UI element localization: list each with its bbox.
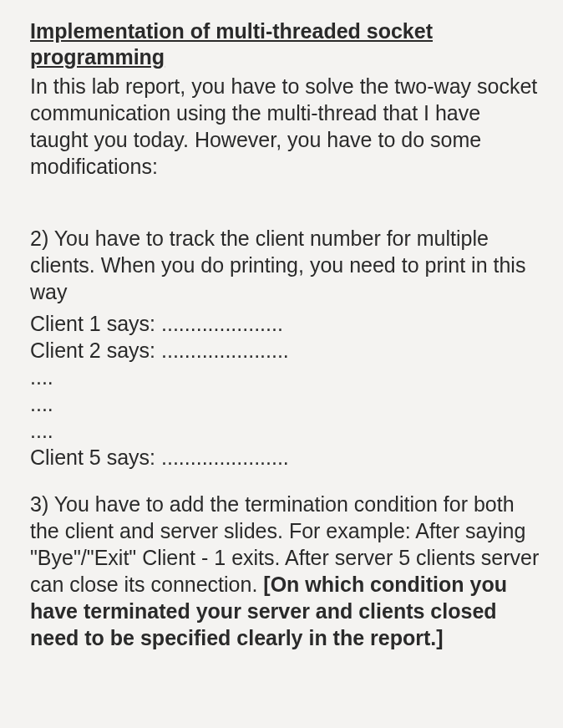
client-2-line: Client 2 says: ...................... bbox=[30, 337, 540, 364]
client-5-line: Client 5 says: ...................... bbox=[30, 444, 540, 471]
section-2-lead: 2) You have to track the client number f… bbox=[30, 225, 540, 305]
client-1-line: Client 1 says: ..................... bbox=[30, 310, 540, 337]
blank-spacer bbox=[30, 180, 540, 225]
ellipsis-line: .... bbox=[30, 417, 540, 444]
ellipsis-line: .... bbox=[30, 364, 540, 390]
ellipsis-line: .... bbox=[30, 390, 540, 417]
document-page: Implementation of multi-threaded socket … bbox=[0, 0, 563, 669]
document-title: Implementation of multi-threaded socket … bbox=[30, 18, 540, 71]
intro-paragraph: In this lab report, you have to solve th… bbox=[30, 73, 540, 180]
section-3-paragraph: 3) You have to add the termination condi… bbox=[30, 491, 540, 651]
